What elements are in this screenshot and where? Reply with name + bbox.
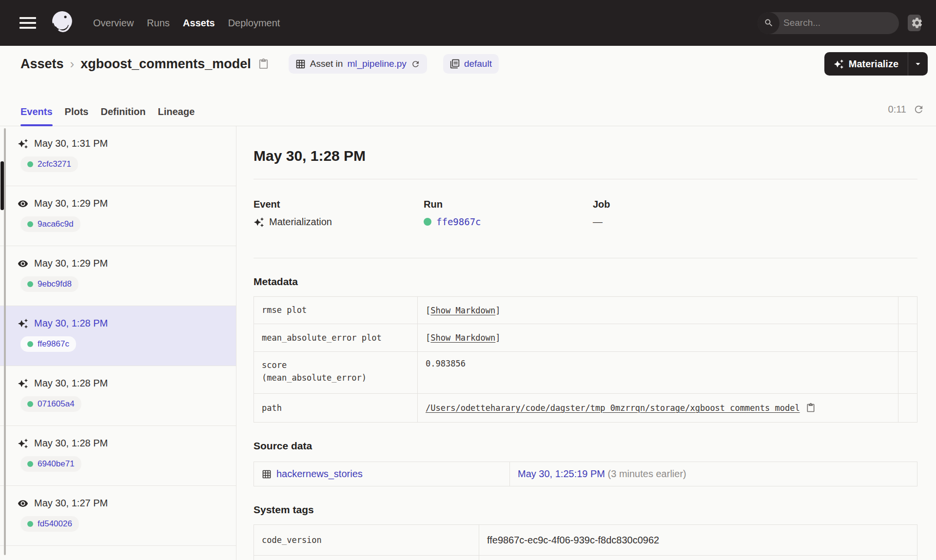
divider xyxy=(254,179,917,179)
metadata-key: mean_absolute_error plot xyxy=(254,324,418,352)
nav-item-deployment[interactable]: Deployment xyxy=(228,18,280,29)
search-bar[interactable]: / xyxy=(758,12,899,34)
tab-plots[interactable]: Plots xyxy=(65,106,89,126)
metadata-key: rmse plot xyxy=(254,297,418,324)
run-link-pill[interactable]: 071605a4 xyxy=(20,396,81,412)
breadcrumb: Assets › xgboost_comments_model xyxy=(20,57,251,72)
table-grid-icon xyxy=(262,469,272,479)
metadata-heading: Metadata xyxy=(254,276,917,288)
source-data-heading: Source data xyxy=(254,440,917,452)
run-id-link[interactable]: ffe9867c xyxy=(38,339,69,349)
system-tag-value xyxy=(479,556,917,560)
event-timestamp: May 30, 1:29 PM xyxy=(34,198,108,209)
source-event-time-link[interactable]: May 30, 1:25:19 PM xyxy=(518,468,605,479)
repository-badge[interactable]: default xyxy=(443,54,499,74)
sidebar-scrollbar-track[interactable] xyxy=(4,128,6,555)
event-summary: Event Materialization Run ffe9867c Job — xyxy=(254,199,917,258)
run-id-link[interactable]: 9ebc9fd8 xyxy=(38,279,72,289)
asset-location-prefix: Asset in xyxy=(310,58,343,69)
table-row: code_version ffe9867c-ec9c-4f06-939c-f8d… xyxy=(254,525,917,556)
materialization-icon xyxy=(834,59,844,69)
search-icon xyxy=(758,12,780,34)
table-grid-icon xyxy=(295,59,306,69)
copy-asset-name-icon[interactable] xyxy=(258,58,269,70)
nav-item-runs[interactable]: Runs xyxy=(147,18,170,29)
event-timestamp: May 30, 1:31 PM xyxy=(34,138,108,149)
metadata-value: 0.983856 xyxy=(418,352,898,394)
event-timestamp: May 30, 1:28 PM xyxy=(34,318,108,329)
system-tags-heading: System tags xyxy=(254,504,917,516)
materialization-icon xyxy=(18,318,28,329)
run-link-pill[interactable]: 9aca6c9d xyxy=(20,216,80,232)
run-status-dot xyxy=(27,461,33,467)
refresh-timer: 0:11 xyxy=(888,104,906,115)
table-row xyxy=(254,556,917,560)
materialize-dropdown-button[interactable] xyxy=(908,52,928,76)
event-list-item[interactable]: May 30, 1:28 PM 071605a4 xyxy=(0,366,236,426)
run-status-dot xyxy=(27,521,33,527)
reload-location-icon[interactable] xyxy=(411,59,420,69)
run-column-label: Run xyxy=(424,199,593,210)
event-list-item[interactable]: May 30, 1:29 PM 9ebc9fd8 xyxy=(0,246,236,306)
source-asset-link[interactable]: hackernews_stories xyxy=(276,468,363,480)
path-link[interactable]: /Users/odetteharary/code/dagster/tmp_0mz… xyxy=(426,403,800,413)
observation-icon xyxy=(18,198,28,209)
event-list-item[interactable]: May 30, 1:27 PM fd540026 xyxy=(0,486,236,546)
metadata-key: score (mean_absolute_error) xyxy=(254,352,418,394)
system-tags-table: code_version ffe9867c-ec9c-4f06-939c-f8d… xyxy=(254,524,917,560)
observation-icon xyxy=(18,498,28,509)
asset-tabs-row: Events Plots Definition Lineage 0:11 xyxy=(0,82,936,126)
tab-events[interactable]: Events xyxy=(20,106,53,126)
metadata-action-cell xyxy=(898,394,917,423)
run-link-pill[interactable]: 2cfc3271 xyxy=(20,156,78,172)
bracket: [ xyxy=(426,306,430,315)
code-file-link[interactable]: ml_pipeline.py xyxy=(347,58,406,69)
search-input[interactable] xyxy=(780,18,908,28)
system-tag-key xyxy=(254,556,479,560)
run-link-pill[interactable]: 6940be71 xyxy=(20,456,81,472)
dagster-logo[interactable] xyxy=(49,9,77,37)
metadata-action-cell xyxy=(898,297,917,324)
event-list-item-selected[interactable]: May 30, 1:28 PM ffe9867c xyxy=(0,306,236,366)
event-list-item[interactable]: May 30, 1:29 PM 9aca6c9d xyxy=(0,186,236,246)
run-id-link[interactable]: fd540026 xyxy=(38,519,72,529)
event-list-item[interactable]: May 30, 1:28 PM 6940be71 xyxy=(0,426,236,486)
nav-item-overview[interactable]: Overview xyxy=(93,18,134,29)
divider xyxy=(254,258,917,258)
tab-lineage[interactable]: Lineage xyxy=(158,106,195,126)
breadcrumb-assets-link[interactable]: Assets xyxy=(20,57,64,72)
run-link-pill[interactable]: fd540026 xyxy=(20,516,79,532)
run-link-pill[interactable]: ffe9867c xyxy=(20,336,76,352)
source-data-table: hackernews_stories May 30, 1:25:19 PM (3… xyxy=(254,462,917,486)
run-id-link[interactable]: 9aca6c9d xyxy=(38,219,74,229)
run-id-link[interactable]: ffe9867c xyxy=(436,216,481,227)
refresh-icon[interactable] xyxy=(913,104,924,115)
hamburger-menu-icon[interactable] xyxy=(20,17,36,29)
metadata-table: rmse plot [Show Markdown] mean_absolute_… xyxy=(254,296,917,423)
show-markdown-link[interactable]: Show Markdown xyxy=(430,306,495,315)
gear-icon[interactable] xyxy=(911,17,923,29)
metadata-value: [Show Markdown] xyxy=(418,297,898,324)
show-markdown-link[interactable]: Show Markdown xyxy=(430,333,495,343)
top-nav: Overview Runs Assets Deployment / xyxy=(0,0,936,46)
event-list-item[interactable]: May 30, 1:31 PM 2cfc3271 xyxy=(0,126,236,186)
bracket: [ xyxy=(426,333,430,343)
table-row: mean_absolute_error plot [Show Markdown] xyxy=(254,324,917,352)
materialize-button[interactable]: Materialize xyxy=(824,52,908,76)
run-status-dot xyxy=(27,221,33,227)
copy-path-icon[interactable] xyxy=(806,403,816,413)
nav-item-assets[interactable]: Assets xyxy=(183,18,215,29)
run-status-dot xyxy=(424,218,431,226)
table-row: score (mean_absolute_error) 0.983856 xyxy=(254,352,917,394)
sidebar-scrollbar-thumb[interactable] xyxy=(0,161,4,210)
bracket: ] xyxy=(495,333,500,343)
run-id-link[interactable]: 2cfc3271 xyxy=(38,159,71,169)
materialization-icon xyxy=(254,217,264,228)
run-id-link[interactable]: 6940be71 xyxy=(38,459,75,469)
table-row: path /Users/odetteharary/code/dagster/tm… xyxy=(254,394,917,423)
run-link-pill[interactable]: 9ebc9fd8 xyxy=(20,276,78,292)
tab-definition[interactable]: Definition xyxy=(101,106,146,126)
run-id-link[interactable]: 071605a4 xyxy=(38,399,75,409)
primary-nav: Overview Runs Assets Deployment xyxy=(93,18,280,29)
metadata-value: /Users/odetteharary/code/dagster/tmp_0mz… xyxy=(418,394,898,423)
